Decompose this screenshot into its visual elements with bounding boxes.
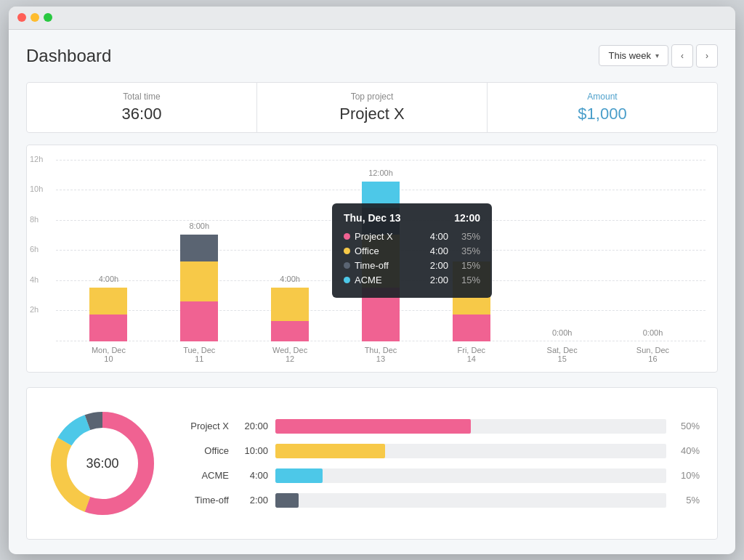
bar-top-label: 4:00h bbox=[280, 275, 300, 283]
project-name: Project X bbox=[178, 421, 229, 431]
project-name: Time-off bbox=[178, 495, 229, 506]
bar-top-label: 8:00h bbox=[190, 222, 210, 230]
bar[interactable] bbox=[271, 288, 309, 341]
day-label: Mon, Dec 10 bbox=[89, 346, 127, 363]
bar[interactable] bbox=[453, 261, 490, 341]
project-name: ACME bbox=[178, 470, 229, 481]
bar[interactable] bbox=[362, 182, 400, 341]
bar-segment-yellow bbox=[453, 261, 490, 315]
donut-center-label: 36:00 bbox=[86, 455, 118, 471]
project-pct: 40% bbox=[674, 445, 700, 456]
project-bar-track bbox=[275, 444, 666, 458]
project-pct: 50% bbox=[674, 421, 700, 431]
bar-segment-yellow bbox=[180, 261, 218, 301]
stat-amount: Amount $1,000 bbox=[488, 83, 717, 132]
chart-area: 12h 10h 8h 6h 4h 2h 4:00h8:00h4:00h12:00… bbox=[26, 145, 718, 373]
project-row: Time-off2:005% bbox=[178, 493, 700, 508]
donut-chart: 36:00 bbox=[44, 405, 161, 522]
bar-top-label: 4:00h bbox=[99, 275, 119, 283]
bar-segment-yellow bbox=[271, 288, 309, 321]
bars-container: 4:00h8:00h4:00h12:00h0:00h0:00h bbox=[56, 160, 705, 341]
bar-top-label: 12:00h bbox=[368, 169, 393, 177]
header-row: Dashboard This week ▾ ‹ › bbox=[26, 44, 718, 68]
project-time: 10:00 bbox=[236, 445, 268, 456]
stat-total-time: Total time 36:00 bbox=[27, 83, 257, 132]
day-label: Wed, Dec 12 bbox=[271, 346, 309, 363]
next-week-button[interactable]: › bbox=[696, 44, 718, 68]
project-time: 2:00 bbox=[236, 495, 268, 506]
project-bar-fill bbox=[275, 419, 471, 434]
stat-top-project: Top project Project X bbox=[257, 83, 488, 132]
bar-segment-pink bbox=[362, 288, 400, 341]
top-project-label: Top project bbox=[269, 92, 475, 102]
project-bar-fill bbox=[275, 468, 323, 483]
week-selector[interactable]: This week ▾ bbox=[599, 45, 668, 66]
bar[interactable] bbox=[180, 235, 218, 341]
bar-group[interactable] bbox=[453, 261, 490, 341]
bar-top-label: 0:00h bbox=[643, 328, 663, 337]
bar-group[interactable]: 4:00h bbox=[89, 288, 127, 341]
maximize-button[interactable] bbox=[44, 13, 52, 22]
project-bar-fill bbox=[275, 444, 385, 458]
project-row: Office10:0040% bbox=[178, 444, 700, 458]
stats-bar: Total time 36:00 Top project Project X A… bbox=[26, 82, 718, 133]
close-button[interactable] bbox=[17, 13, 26, 22]
project-bars: Project X20:0050%Office10:0040%ACME4:001… bbox=[178, 419, 700, 508]
amount-label: Amount bbox=[499, 92, 705, 102]
bar-group[interactable]: 12:00h bbox=[362, 182, 400, 341]
bar[interactable] bbox=[89, 288, 127, 341]
bar-segment-cyan bbox=[362, 182, 400, 208]
amount-value: $1,000 bbox=[499, 105, 705, 123]
total-time-value: 36:00 bbox=[39, 105, 245, 123]
prev-week-button[interactable]: ‹ bbox=[671, 44, 693, 68]
day-label: Fri, Dec 14 bbox=[453, 346, 490, 363]
day-label: Tue, Dec 11 bbox=[180, 346, 218, 363]
chevron-down-icon: ▾ bbox=[655, 52, 659, 60]
bottom-section: 36:00 Project X20:0050%Office10:0040%ACM… bbox=[26, 387, 718, 540]
project-bar-track bbox=[275, 419, 666, 434]
project-row: ACME4:0010% bbox=[178, 468, 700, 483]
bar-top-label: 0:00h bbox=[552, 328, 573, 337]
top-project-value: Project X bbox=[269, 105, 475, 123]
bar-segment-pink bbox=[453, 315, 490, 341]
header-controls: This week ▾ ‹ › bbox=[599, 44, 718, 68]
week-selector-label: This week bbox=[608, 50, 651, 61]
project-time: 4:00 bbox=[236, 470, 268, 481]
bar-segment-dark bbox=[362, 208, 400, 235]
project-pct: 5% bbox=[674, 495, 700, 506]
titlebar bbox=[9, 7, 735, 30]
project-row: Project X20:0050% bbox=[178, 419, 700, 434]
page-title: Dashboard bbox=[26, 46, 111, 66]
day-label: Thu, Dec 13 bbox=[362, 346, 400, 363]
chart-grid: 12h 10h 8h 6h 4h 2h 4:00h8:00h4:00h12:00… bbox=[56, 160, 705, 363]
minimize-button[interactable] bbox=[31, 13, 39, 22]
app-window: Dashboard This week ▾ ‹ › Total time 36:… bbox=[9, 7, 735, 554]
bar-segment-pink bbox=[271, 321, 309, 341]
bar-group[interactable]: 4:00h bbox=[271, 288, 309, 341]
day-label: Sat, Dec 15 bbox=[543, 346, 581, 363]
total-time-label: Total time bbox=[39, 92, 245, 102]
project-name: Office bbox=[178, 445, 229, 456]
bar-segment-pink bbox=[180, 301, 218, 341]
day-label: Sun, Dec 16 bbox=[634, 346, 671, 363]
bar-segment-dark bbox=[180, 235, 218, 261]
project-bar-track bbox=[275, 468, 666, 483]
project-time: 20:00 bbox=[236, 421, 268, 431]
project-bar-fill bbox=[275, 493, 299, 508]
bar-group[interactable]: 8:00h bbox=[180, 235, 218, 341]
project-bar-track bbox=[275, 493, 666, 508]
bar-segment-yellow bbox=[362, 235, 400, 288]
bar-segment-pink bbox=[89, 315, 127, 341]
day-labels: Mon, Dec 10Tue, Dec 11Wed, Dec 12Thu, De… bbox=[56, 346, 705, 363]
project-pct: 10% bbox=[674, 470, 700, 481]
bar-segment-yellow bbox=[89, 288, 127, 315]
